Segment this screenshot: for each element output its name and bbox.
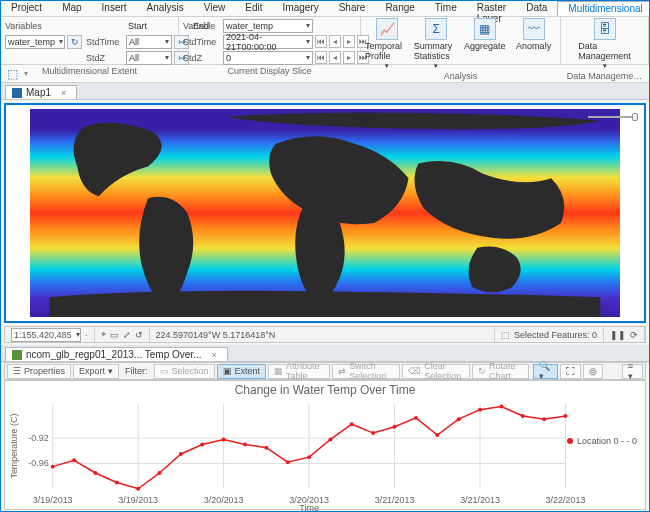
scale-select[interactable]: 1:155,420,485: [11, 328, 81, 342]
svg-point-43: [521, 414, 525, 418]
svg-point-41: [478, 408, 482, 412]
stdz-first-icon[interactable]: ⏮: [315, 51, 327, 64]
stdz-prev-icon[interactable]: ◂: [329, 51, 341, 64]
line-chart[interactable]: -0.92-0.963/19/20133/19/20133/20/20133/2…: [5, 399, 645, 511]
tool-c-icon[interactable]: ⤢: [123, 330, 131, 340]
start-label: Start: [128, 21, 147, 31]
svg-point-42: [499, 405, 503, 409]
map-view[interactable]: [4, 103, 646, 323]
svg-text:-0.92: -0.92: [28, 433, 48, 443]
svg-point-21: [51, 465, 55, 469]
variables-select[interactable]: water_temp: [5, 35, 65, 49]
menu-project[interactable]: Project: [1, 1, 52, 16]
svg-point-25: [136, 487, 140, 491]
stdtime-first-icon[interactable]: ⏮: [315, 35, 327, 48]
stdtime-next-icon[interactable]: ▸: [343, 35, 355, 48]
stdz-next-icon[interactable]: ▸: [343, 51, 355, 64]
slice-stdz[interactable]: 0: [223, 51, 313, 65]
dropdown-icon[interactable]: ▾: [24, 69, 28, 78]
svg-point-30: [243, 442, 247, 446]
menu-view[interactable]: View: [194, 1, 236, 16]
stdtime-prev-icon[interactable]: ◂: [329, 35, 341, 48]
svg-point-44: [542, 417, 546, 421]
slice-stdtime[interactable]: 2021-04-21T00:00:00: [223, 35, 313, 49]
filter-label: Filter:: [125, 366, 148, 376]
svg-point-34: [328, 437, 332, 441]
chart-tab[interactable]: ncom_glb_regp01_2013... Temp Over...×: [5, 347, 228, 361]
svg-point-23: [93, 471, 97, 475]
tool-b-icon[interactable]: ▭: [110, 330, 119, 340]
close-icon[interactable]: ×: [211, 350, 216, 360]
zoom-tool-button[interactable]: 🔍 ▾: [533, 364, 558, 379]
switch-selection-button[interactable]: ⇄ Switch Selection: [332, 364, 400, 379]
start-stdtime[interactable]: All: [126, 35, 172, 49]
data-management-icon: 🗄: [594, 18, 616, 40]
chart-tab-icon: [12, 350, 22, 360]
temporal-profile-button[interactable]: 📈Temporal Profile▾: [365, 18, 410, 70]
svg-point-26: [158, 471, 162, 475]
filter-extent-button[interactable]: ▣ Extent: [217, 364, 267, 379]
summary-stats-button[interactable]: ΣSummary Statistics▾: [414, 18, 459, 70]
filter-selection-button[interactable]: ▭ Selection: [154, 364, 215, 379]
properties-button[interactable]: ☰ Properties: [7, 364, 71, 379]
tool-a-icon[interactable]: ⌖: [101, 329, 106, 340]
data-management-button[interactable]: 🗄Data Management▾: [581, 18, 629, 70]
selected-features: ⬚ Selected Features: 0: [495, 327, 604, 342]
map-tab-icon: [12, 88, 22, 98]
chart-title: Change in Water Temp Over Time: [5, 381, 645, 397]
chart-legend: Location 0 - - 0: [567, 436, 637, 446]
menu-data[interactable]: Data: [516, 1, 557, 16]
rotate-chart-button[interactable]: ↻ Rotate Chart: [472, 364, 529, 379]
menu-share[interactable]: Share: [329, 1, 376, 16]
anomaly-button[interactable]: 〰Anomaly: [511, 18, 556, 51]
variables-clear-icon[interactable]: ↻: [67, 35, 82, 49]
menu-multidimensional[interactable]: Multidimensional: [557, 1, 650, 16]
slice-variable[interactable]: water_temp: [223, 19, 313, 33]
svg-point-40: [457, 417, 461, 421]
coords-readout: 224.5970149°W 5.1716418°N: [150, 327, 495, 342]
svg-text:3/21/2013: 3/21/2013: [460, 495, 500, 505]
svg-point-37: [393, 425, 397, 429]
attribute-table-button[interactable]: ▦ Attribute Table: [268, 364, 330, 379]
chart-toolbar: ☰ Properties Export ▾ Filter: ▭ Selectio…: [4, 362, 646, 380]
menu-edit[interactable]: Edit: [235, 1, 272, 16]
refresh-icon[interactable]: ⟳: [630, 330, 638, 340]
export-button[interactable]: Export ▾: [73, 364, 119, 379]
menu-insert[interactable]: Insert: [92, 1, 137, 16]
svg-text:Time: Time: [299, 503, 319, 511]
map-statusbar: 1:155,420,485· ⌖▭⤢↺ 224.5970149°W 5.1716…: [4, 326, 646, 343]
svg-text:3/21/2013: 3/21/2013: [375, 495, 415, 505]
menu-time[interactable]: Time: [425, 1, 467, 16]
menu-analysis[interactable]: Analysis: [137, 1, 194, 16]
menu-imagery[interactable]: Imagery: [273, 1, 329, 16]
svg-point-31: [264, 446, 268, 450]
temporal-profile-icon: 📈: [376, 18, 398, 40]
explore-icon[interactable]: ⬚: [7, 67, 18, 81]
clear-selection-button[interactable]: ⌫ Clear Selection: [402, 364, 470, 379]
svg-point-29: [222, 437, 226, 441]
aggregate-button[interactable]: ▦Aggregate: [463, 18, 508, 51]
reset-button[interactable]: ◎: [583, 364, 603, 379]
menu-map[interactable]: Map: [52, 1, 91, 16]
svg-point-39: [435, 433, 439, 437]
close-icon[interactable]: ×: [61, 88, 66, 98]
svg-text:3/19/2013: 3/19/2013: [33, 495, 73, 505]
svg-text:-0.96: -0.96: [28, 458, 48, 468]
menu-raster-layer[interactable]: Raster Layer: [467, 1, 516, 16]
svg-point-32: [286, 460, 290, 464]
anomaly-icon: 〰: [523, 18, 545, 40]
time-slider[interactable]: [588, 113, 638, 121]
tool-d-icon[interactable]: ↺: [135, 330, 143, 340]
pause-icon[interactable]: ❚❚: [610, 330, 626, 340]
svg-point-28: [200, 442, 204, 446]
map-tab[interactable]: Map1×: [5, 85, 77, 99]
start-stdz[interactable]: All: [126, 51, 172, 65]
menu-button[interactable]: ≡ ▾: [622, 364, 643, 379]
svg-point-24: [115, 480, 119, 484]
svg-text:3/22/2013: 3/22/2013: [546, 495, 586, 505]
menu-range[interactable]: Range: [375, 1, 424, 16]
svg-point-45: [564, 414, 568, 418]
scale-lock-icon[interactable]: ·: [85, 330, 88, 340]
svg-point-27: [179, 452, 183, 456]
fit-button[interactable]: ⛶: [560, 364, 581, 379]
